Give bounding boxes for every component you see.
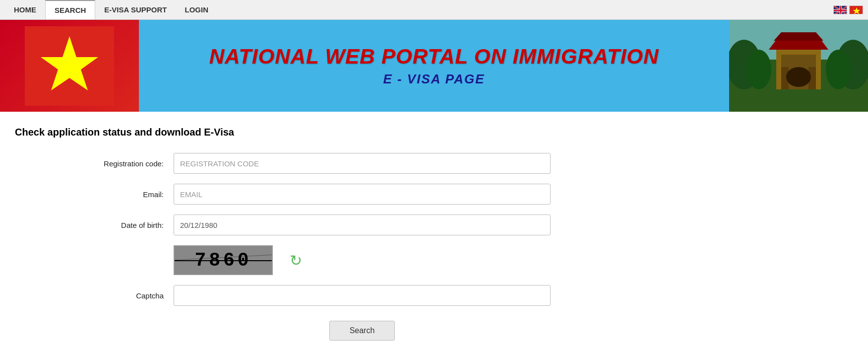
flag-english[interactable] [833,5,847,14]
dob-label: Date of birth: [15,221,174,229]
email-row: Email: [15,184,709,205]
banner-right [729,20,868,112]
banner-title: NATIONAL WEB PORTAL ON IMMIGRATION [209,45,659,69]
registration-code-row: Registration code: [15,153,709,174]
email-label: Email: [15,190,174,199]
banner-subtitle: E - VISA PAGE [383,71,485,87]
search-button[interactable]: Search [329,321,395,341]
captcha-input-label: Captcha [15,291,174,300]
banner-center: NATIONAL WEB PORTAL ON IMMIGRATION E - V… [139,20,729,112]
nav-item-evisa-support[interactable]: E-VISA SUPPORT [95,0,176,19]
nav-item-login[interactable]: LOGIN [176,0,217,19]
nav-item-home[interactable]: HOME [5,0,45,19]
captcha-image: 7860 [174,245,273,275]
dob-input[interactable] [174,214,551,235]
main-content: Check application status and download E-… [0,112,868,356]
email-input[interactable] [174,184,551,205]
svg-point-14 [786,67,811,87]
banner-flag [0,20,139,112]
captcha-input[interactable] [174,285,551,306]
navbar: HOME SEARCH E-VISA SUPPORT LOGIN [0,0,868,20]
dob-row: Date of birth: [15,214,709,235]
flag-vietnamese[interactable] [849,5,863,14]
language-flags [833,5,863,14]
captcha-input-row: Captcha [15,285,709,306]
captcha-refresh-button[interactable]: ↻ [285,249,307,271]
registration-code-label: Registration code: [15,159,174,168]
form-container: Registration code: Email: Date of birth:… [15,153,709,341]
svg-marker-11 [774,32,823,41]
nav-item-search[interactable]: SEARCH [45,0,95,19]
banner: NATIONAL WEB PORTAL ON IMMIGRATION E - V… [0,20,868,112]
svg-marker-10 [769,40,828,50]
registration-code-input[interactable] [174,153,551,174]
refresh-icon: ↻ [290,252,302,269]
captcha-image-row: 7860 ↻ [15,245,709,275]
svg-point-18 [826,50,851,89]
section-title: Check application status and download E-… [15,127,853,138]
search-row: Search [15,321,709,341]
svg-point-17 [746,50,771,89]
